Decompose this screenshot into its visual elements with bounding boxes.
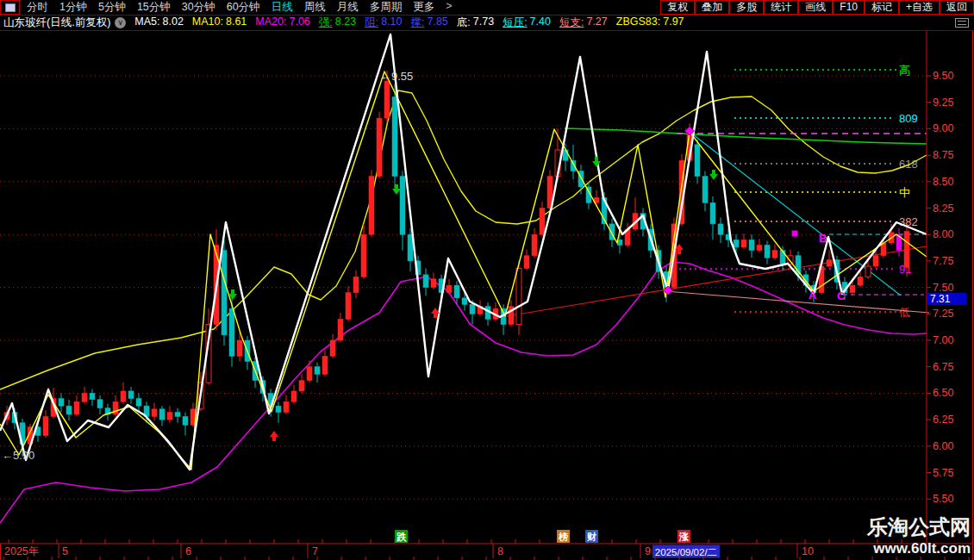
period-tab-15分钟[interactable]: 15分钟 xyxy=(137,0,171,15)
month-label: 5 xyxy=(62,545,68,557)
watermark-site-name: 乐淘公式网 xyxy=(866,515,971,538)
candle-body xyxy=(772,251,777,258)
wave-letter-label: A xyxy=(809,289,817,302)
period-tab-1分钟[interactable]: 1分钟 xyxy=(59,0,87,15)
period-tab-多周期[interactable]: 多周期 xyxy=(370,0,403,15)
candle-body xyxy=(765,245,770,258)
month-label: 7 xyxy=(312,545,318,557)
candle-body xyxy=(423,275,428,288)
indicator-value: MA5:8.02 xyxy=(134,16,184,30)
yellow-ma-curve xyxy=(0,90,927,389)
wave-letter-label: C xyxy=(837,289,846,302)
indicator-value: 撑:7.85 xyxy=(410,16,447,30)
stock-title[interactable]: 山东玻纤(日线.前复权) xyxy=(3,16,110,30)
indicator-value: MA10:8.61 xyxy=(192,16,247,30)
toolbar-button-F10[interactable]: F10 xyxy=(833,0,865,15)
toolbar-button-画线[interactable]: 画线 xyxy=(798,0,833,15)
overlay-badge-text: 跌 xyxy=(396,532,407,542)
indicator-value: 强:8.23 xyxy=(319,16,356,30)
fib-level-label: 809 xyxy=(899,112,918,125)
candle-body xyxy=(446,285,452,293)
price-axis-label: 5.50 xyxy=(933,493,953,505)
candle-body xyxy=(183,416,188,425)
candle-body xyxy=(361,234,366,277)
candlestick-chart: 高809618中38291低ABC←9.55←5.909.509.259.008… xyxy=(0,0,974,560)
watermark-site-url: www.60lt.com xyxy=(872,540,971,557)
wave-letter-label: B xyxy=(819,232,827,245)
price-axis-label: 6.25 xyxy=(933,414,953,426)
candle-body xyxy=(167,413,172,420)
toolbar-button-标记[interactable]: 标记 xyxy=(865,0,899,15)
period-tab-月线[interactable]: 月线 xyxy=(337,0,359,15)
candle-body xyxy=(229,308,234,356)
period-tab-更多[interactable]: 更多 xyxy=(413,0,434,15)
price-axis-label: 8.25 xyxy=(933,202,953,215)
month-label: 10 xyxy=(802,545,814,557)
candle-body xyxy=(865,266,871,277)
indicator-bar: 山东玻纤(日线.前复权) ∨ MA5:8.02MA10:8.61MA20:7.0… xyxy=(0,16,974,30)
price-axis-label: 6.50 xyxy=(933,387,953,399)
fib-level-label: 618 xyxy=(899,158,918,171)
candle-body xyxy=(322,356,328,374)
candle-body xyxy=(540,208,545,235)
app-logo-button[interactable] xyxy=(0,0,20,15)
candle-body xyxy=(90,393,95,399)
candle-body xyxy=(74,401,79,414)
sell-arrow-down-icon xyxy=(592,157,601,167)
fib-level-label: 中 xyxy=(899,186,910,199)
candle-body xyxy=(346,293,351,320)
more-arrow-icon[interactable]: > xyxy=(446,0,452,15)
overlay-badge-text: 榜 xyxy=(558,532,568,542)
price-annotation: ←9.55 xyxy=(380,70,413,83)
candle-body xyxy=(82,393,87,401)
header-divider xyxy=(0,15,974,16)
indicator-number: 8.10 xyxy=(381,16,402,30)
candle-body xyxy=(43,416,48,435)
price-annotation: ←5.90 xyxy=(2,449,34,462)
candle-body xyxy=(338,319,343,340)
candle-body xyxy=(222,251,227,335)
indicator-label: ZBGS83: xyxy=(616,16,660,30)
candle-body xyxy=(392,97,397,177)
toolbar-button-返回[interactable]: 返回 xyxy=(940,0,974,15)
candle-body xyxy=(97,400,103,408)
toolbar-button-复权[interactable]: 复权 xyxy=(660,0,695,15)
toolbar-button-统计[interactable]: 统计 xyxy=(764,0,798,15)
period-tab-60分钟[interactable]: 60分钟 xyxy=(227,0,260,15)
period-tab-分时[interactable]: 分时 xyxy=(27,0,48,15)
candle-body xyxy=(749,240,754,250)
candle-body xyxy=(307,367,312,381)
indicator-number: 8.02 xyxy=(163,16,184,30)
toolbar-button-+自选[interactable]: +自选 xyxy=(899,0,940,15)
candle-body xyxy=(384,81,390,118)
candle-body xyxy=(904,232,909,268)
period-tab-日线[interactable]: 日线 xyxy=(272,0,293,15)
indicator-number: 8.23 xyxy=(335,16,356,30)
indicator-label: MA20: xyxy=(255,16,286,30)
fib-level-label: 低 xyxy=(898,306,910,319)
candle-body xyxy=(353,277,359,292)
signal-square-icon xyxy=(792,231,798,237)
trading-app-window: 分时1分钟5分钟15分钟30分钟60分钟日线周线月线多周期更多> 复权叠加多股统… xyxy=(0,0,974,560)
candle-body xyxy=(858,277,863,285)
candle-body xyxy=(128,391,134,399)
month-label: 8 xyxy=(497,545,503,557)
indicator-value: 短压:7.40 xyxy=(503,16,551,30)
candle-body xyxy=(237,340,242,356)
price-axis-label: 8.00 xyxy=(933,228,953,240)
crosshair-date-text: 2025/09/02/二 xyxy=(655,547,717,557)
candle-body xyxy=(695,145,700,177)
chevron-down-icon[interactable]: ∨ xyxy=(115,17,126,28)
candle-body xyxy=(454,285,459,298)
candle-body xyxy=(827,260,832,266)
period-tab-5分钟[interactable]: 5分钟 xyxy=(98,0,126,15)
indicator-label: 强: xyxy=(319,16,333,30)
indicator-label: 撑: xyxy=(410,16,424,30)
toolbar-button-叠加[interactable]: 叠加 xyxy=(695,0,729,15)
panel-layout-icon[interactable] xyxy=(955,18,969,28)
period-tab-30分钟[interactable]: 30分钟 xyxy=(182,0,215,15)
toolbar-button-多股[interactable]: 多股 xyxy=(729,0,764,15)
period-tab-周线[interactable]: 周线 xyxy=(304,0,326,15)
period-toolbar: 分时1分钟5分钟15分钟30分钟60分钟日线周线月线多周期更多> 复权叠加多股统… xyxy=(0,0,974,15)
candle-body xyxy=(121,391,126,401)
